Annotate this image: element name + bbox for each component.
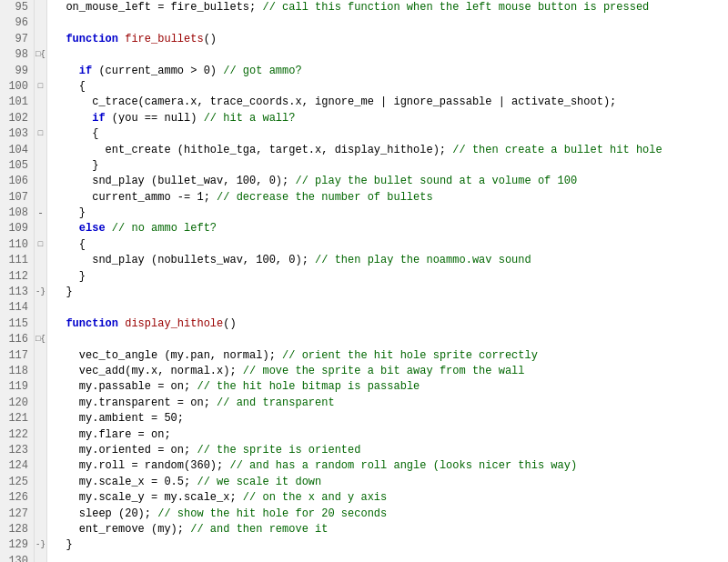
fold-indicator[interactable]: □{□□-□-}□{-}□{□--} — [35, 0, 47, 562]
code-line: my.scale_y = my.scale_x; // on the x and… — [53, 490, 728, 506]
fold-glyph — [35, 396, 46, 411]
fold-glyph[interactable]: - — [35, 206, 46, 221]
cmt-token: // and transparent — [217, 396, 335, 409]
code-line: { — [53, 79, 728, 95]
plain-token: } — [53, 538, 73, 551]
line-number: 98 — [0, 47, 34, 63]
code-line: } — [53, 158, 728, 174]
fold-glyph[interactable]: □{ — [35, 332, 46, 347]
plain-token: snd_play (bullet_wav, 100, 0); — [53, 175, 295, 187]
line-number: 104 — [0, 143, 34, 158]
fold-glyph — [35, 15, 46, 31]
code-line: my.ambient = 50; — [53, 411, 728, 427]
kw-token: function — [53, 317, 118, 330]
fold-glyph[interactable]: □ — [35, 126, 46, 142]
plain-token: c_trace(camera.x, trace_coords.x, ignore… — [53, 95, 616, 108]
code-line: my.scale_x = 0.5; // we scale it down — [53, 475, 728, 490]
plain-token: () — [204, 33, 217, 45]
line-number: 115 — [0, 316, 34, 332]
fold-glyph — [35, 427, 46, 443]
line-number: 96 — [0, 15, 34, 31]
plain-token — [106, 222, 112, 235]
code-line: } — [53, 269, 728, 285]
code-area[interactable]: on_mouse_left = fire_bullets; // call th… — [47, 0, 728, 562]
fold-glyph — [35, 522, 46, 537]
code-line: sleep (20); // show the hit hole for 20 … — [53, 507, 728, 522]
plain-token: () — [223, 317, 236, 330]
line-number: 100 — [0, 79, 34, 95]
cmt-token: // got ammo? — [223, 65, 301, 77]
cmt-token: // then create a bullet hit hole — [452, 144, 662, 156]
cmt-token: // and then remove it — [190, 523, 328, 536]
plain-token: my.passable = on; — [53, 380, 197, 393]
plain-token: { — [53, 80, 86, 93]
plain-token: { — [53, 127, 98, 140]
plain-token: } — [53, 286, 73, 298]
cmt-token: // the hit hole bitmap is passable — [197, 380, 420, 393]
code-line: } — [53, 537, 728, 553]
plain-token: (current_ammo > 0) — [92, 65, 223, 77]
fold-glyph[interactable]: -} — [35, 537, 46, 553]
fold-glyph — [35, 64, 46, 79]
line-number: 112 — [0, 269, 34, 285]
code-line: my.roll = random(360); // and has a rand… — [53, 458, 728, 474]
line-number: 109 — [0, 221, 34, 236]
code-line — [53, 300, 728, 316]
cmt-token: // show the hit hole for 20 seconds — [157, 507, 387, 520]
fold-glyph — [35, 253, 46, 268]
fold-glyph — [35, 443, 46, 458]
code-line: { — [53, 237, 728, 253]
plain-token: ent_create (hithole_tga, target.x, displ… — [53, 144, 452, 156]
code-line: my.transparent = on; // and transparent — [53, 396, 728, 411]
cmt-token: // then play the noammo.wav sound — [315, 254, 531, 266]
plain-token: my.roll = random(360); — [53, 459, 229, 472]
fold-glyph — [35, 32, 46, 47]
fn-token: fire_bullets — [125, 33, 203, 45]
code-line: my.oriented = on; // the sprite is orien… — [53, 443, 728, 458]
code-line: else // no ammo left? — [53, 221, 728, 236]
fold-glyph — [35, 411, 46, 427]
code-line: ent_create (hithole_tga, target.x, displ… — [53, 143, 728, 158]
cmt-token: // and has a random roll angle (looks ni… — [229, 459, 577, 472]
line-number: 118 — [0, 364, 34, 379]
line-number: 121 — [0, 411, 34, 427]
fold-glyph — [35, 158, 46, 174]
line-number: 116 — [0, 332, 34, 347]
plain-token: my.oriented = on; — [53, 444, 197, 457]
cmt-token: // on the x and y axis — [243, 491, 387, 504]
fold-glyph — [35, 0, 46, 15]
code-line: c_trace(camera.x, trace_coords.x, ignore… — [53, 95, 728, 110]
code-line: vec_add(my.x, normal.x); // move the spr… — [53, 364, 728, 379]
fold-glyph[interactable]: -} — [35, 285, 46, 300]
line-number: 108 — [0, 206, 34, 221]
line-number: 95 — [0, 0, 34, 15]
line-number: 123 — [0, 443, 34, 458]
fold-glyph[interactable]: □ — [35, 79, 46, 95]
kw-token: else — [79, 222, 106, 235]
cmt-token: // play the bullet sound at a volume of … — [295, 175, 577, 187]
plain-token: { — [53, 238, 86, 251]
line-number: 113 — [0, 285, 34, 300]
cmt-token: // no ammo left? — [112, 222, 217, 235]
line-number: 111 — [0, 253, 34, 268]
plain-token: } — [53, 270, 86, 283]
code-line: if (you == null) // hit a wall? — [53, 111, 728, 126]
kw-token: if — [92, 112, 105, 125]
cmt-token: // hit a wall? — [204, 112, 296, 125]
line-number: 110 — [0, 237, 34, 253]
code-line: snd_play (bullet_wav, 100, 0); // play t… — [53, 174, 728, 189]
line-number: 119 — [0, 379, 34, 395]
plain-token: snd_play (nobullets_wav, 100, 0); — [53, 254, 315, 266]
fold-glyph[interactable]: □{ — [35, 47, 46, 63]
line-number: 120 — [0, 396, 34, 411]
fold-glyph — [35, 269, 46, 285]
plain-token: my.transparent = on; — [53, 396, 217, 409]
line-number: 101 — [0, 95, 34, 110]
fold-glyph — [35, 475, 46, 490]
plain-token: on_mouse_left = fire_bullets; — [53, 1, 262, 14]
cmt-token: // move the sprite a bit away from the w… — [243, 365, 525, 377]
line-number: 129 — [0, 537, 34, 553]
fold-glyph[interactable]: □ — [35, 237, 46, 253]
fold-glyph — [35, 348, 46, 364]
line-number: 130 — [0, 554, 34, 562]
